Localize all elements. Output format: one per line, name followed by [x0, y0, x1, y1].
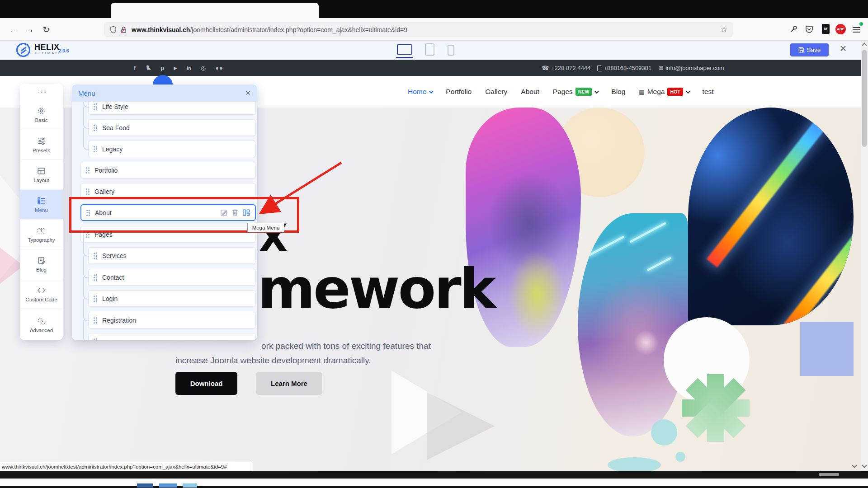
hero-paragraph-line1: ork packed with tons of exciting feature… [261, 341, 431, 351]
bookmark-star-icon[interactable]: ☆ [721, 25, 727, 34]
site-nav-items: Home Portfolio Gallery About Pages NEW B… [408, 76, 714, 108]
url-bar[interactable]: www.thinkvisual.ch/joomhelixtest/adminis… [104, 22, 733, 37]
save-button[interactable]: Save [790, 43, 829, 56]
drag-handle-icon[interactable] [93, 295, 98, 302]
wrench-icon[interactable] [789, 25, 798, 34]
shield-icon[interactable] [110, 26, 117, 33]
drag-handle-icon[interactable] [93, 338, 98, 340]
close-customizer-icon[interactable]: ✕ [840, 43, 847, 54]
nav-pages[interactable]: Pages NEW [553, 88, 598, 96]
facebook-icon[interactable]: f [134, 65, 136, 71]
rainbow-stripe [774, 183, 854, 325]
phone-icon: ☎ [542, 65, 549, 71]
drag-handle-icon[interactable] [85, 167, 90, 174]
flickr-icon[interactable]: ●● [215, 65, 223, 71]
sidebar-item-layout[interactable]: Layout [20, 160, 63, 189]
helix-brand-sub: ULTIMATE [35, 51, 62, 55]
nav-blog[interactable]: Blog [611, 88, 625, 96]
settings-sidebar: Basic Presets Layout Menu Typography Blo… [20, 84, 63, 340]
drag-handle-icon[interactable] [93, 145, 98, 152]
youtube-icon[interactable]: ▶ [174, 66, 177, 70]
menu-item-registration[interactable]: Registration [88, 312, 256, 328]
extension-m-lock-icon[interactable]: M [822, 24, 830, 34]
helix-logo-icon [16, 43, 30, 57]
menu-item-services[interactable]: Services [88, 247, 256, 264]
adblock-icon[interactable]: ABP [835, 24, 846, 34]
layout-icon [37, 167, 46, 175]
code-icon [37, 286, 46, 295]
nav-home[interactable]: Home [408, 88, 432, 96]
menu-item-clipped[interactable] [88, 333, 256, 340]
pinterest-icon[interactable]: p [160, 65, 164, 71]
hot-badge: HOT [667, 88, 683, 96]
download-button[interactable]: Download [175, 372, 237, 395]
menu-item-portfolio[interactable]: Portfolio [80, 162, 256, 178]
drag-handle-icon[interactable] [85, 188, 90, 195]
mobile-icon [597, 65, 601, 71]
bottom-edge [0, 486, 868, 488]
screen: f 🐦︎ p ▶ in ◎ ●● ☎ +228 872 4444 +880168… [0, 0, 868, 488]
advanced-gears-icon [37, 317, 46, 325]
blog-icon [37, 256, 46, 265]
hamburger-menu-icon[interactable] [853, 26, 860, 34]
reload-button[interactable]: ↻ [40, 23, 52, 36]
scrollbar-thumb[interactable] [862, 50, 867, 147]
menu-item-legacy[interactable]: Legacy [88, 141, 256, 157]
chevron-down-icon [429, 89, 434, 94]
drag-handle-icon[interactable] [37, 89, 47, 93]
sidebar-item-custom-code[interactable]: Custom Code [20, 279, 63, 309]
status-bar: www.thinkvisual.ch/joomhelixtest/adminis… [0, 462, 253, 471]
contact-info-bar: ☎ +228 872 4444 +880168-4509381 ✉ info@j… [542, 60, 724, 76]
menu-panel-title: Menu [78, 89, 95, 97]
back-button[interactable]: ← [7, 23, 20, 36]
sidebar-item-basic[interactable]: Basic [20, 100, 63, 130]
drag-handle-icon[interactable] [93, 317, 98, 324]
lock-insecure-icon[interactable] [120, 26, 127, 33]
hero-heading-fragment: mework [258, 257, 495, 321]
nav-gallery[interactable]: Gallery [485, 88, 507, 96]
instagram-icon[interactable]: ◎ [201, 65, 206, 71]
mobile-preview-icon[interactable] [448, 45, 454, 56]
nav-mega[interactable]: ▦ Mega HOT [639, 88, 689, 96]
drag-handle-icon[interactable] [93, 103, 98, 110]
menu-item-login[interactable]: Login [88, 290, 256, 307]
sidebar-item-presets[interactable]: Presets [20, 130, 63, 160]
helix-brand: HELIX [34, 42, 60, 52]
twitter-icon[interactable]: 🐦︎ [145, 65, 151, 71]
decor-teal-dot [675, 452, 685, 462]
sidebar-item-advanced[interactable]: Advanced [20, 309, 63, 340]
drag-handle-icon[interactable] [93, 252, 98, 259]
menu-panel-header[interactable]: Menu ✕ [72, 84, 257, 102]
pocket-icon[interactable] [805, 25, 814, 34]
nav-about[interactable]: About [521, 88, 539, 96]
save-icon [798, 47, 804, 53]
sidebar-item-typography[interactable]: Typography [20, 219, 63, 249]
menu-item-contact[interactable]: Contact [88, 269, 256, 286]
menu-item-sea-food[interactable]: Sea Food [88, 119, 256, 136]
hero-photo-girl [578, 213, 688, 436]
close-icon[interactable]: ✕ [245, 89, 251, 97]
sidebar-item-blog[interactable]: Blog [20, 249, 63, 279]
menu-list-icon [37, 197, 46, 205]
sidebar-item-menu[interactable]: Menu [20, 189, 63, 219]
nav-portfolio[interactable]: Portfolio [446, 88, 472, 96]
drag-handle-icon[interactable] [93, 274, 98, 281]
envelope-icon: ✉ [658, 65, 663, 71]
sliders-icon [37, 137, 46, 145]
linkedin-icon[interactable]: in [187, 66, 191, 71]
nav-test[interactable]: test [703, 88, 714, 96]
hero-paragraph-line2: increase Joomla website development dram… [175, 356, 371, 366]
taskbar-dark [0, 471, 868, 479]
helix-version: 2.0.6 [59, 48, 69, 53]
learn-more-button[interactable]: Learn More [256, 372, 322, 395]
browser-active-tab[interactable] [111, 3, 319, 18]
drag-handle-icon[interactable] [93, 124, 98, 131]
tablet-preview-icon[interactable] [425, 43, 434, 56]
decor-green-asterisk [682, 374, 750, 442]
email-address: info@joomshaper.com [665, 65, 724, 71]
social-icons-row: f 🐦︎ p ▶ in ◎ ●● [134, 60, 223, 76]
forward-button[interactable]: → [24, 23, 36, 36]
decor-blue-square [800, 322, 854, 376]
decor-teal-dot [651, 419, 677, 446]
desktop-preview-icon[interactable] [397, 44, 412, 55]
